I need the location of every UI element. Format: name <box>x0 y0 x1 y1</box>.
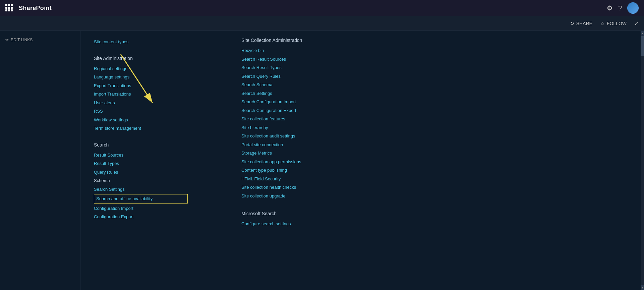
search-settings-link[interactable]: Search Settings <box>94 185 188 194</box>
export-translations-link[interactable]: Export Translations <box>94 81 188 90</box>
scrollbar-thumb[interactable] <box>641 36 644 56</box>
scrollbar[interactable]: ▲ ▼ <box>641 31 644 290</box>
follow-label: FOLLOW <box>607 21 627 26</box>
top-navigation: SharePoint ⚙ ? <box>0 0 644 16</box>
search-config-import-link[interactable]: Search Configuration Import <box>241 98 349 106</box>
brand-name: SharePoint <box>19 5 52 12</box>
portal-site-connection-link[interactable]: Portal site connection <box>241 140 349 149</box>
help-icon[interactable]: ? <box>618 4 622 12</box>
user-alerts-link[interactable]: User alerts <box>94 99 188 107</box>
edit-links-button[interactable]: ✏ EDIT LINKS <box>0 35 80 45</box>
avatar[interactable] <box>627 2 639 14</box>
site-collection-health-checks-link[interactable]: Site collection health checks <box>241 183 349 192</box>
site-content-types-link[interactable]: Site content types <box>94 38 188 46</box>
search-heading: Search <box>94 142 188 148</box>
search-config-export-link[interactable]: Search Configuration Export <box>241 106 349 115</box>
scrollbar-up-arrow[interactable]: ▲ <box>641 31 644 36</box>
regional-settings-link[interactable]: Regional settings <box>94 64 188 73</box>
sidebar: ✏ EDIT LINKS <box>0 31 80 290</box>
rss-link[interactable]: RSS <box>94 107 188 116</box>
result-types-link[interactable]: Result Types <box>94 159 188 168</box>
term-store-management-link[interactable]: Term store management <box>94 124 188 133</box>
settings-icon[interactable]: ⚙ <box>607 4 613 12</box>
config-import-link[interactable]: Configuration Import <box>94 204 188 213</box>
site-collection-upgrade-link[interactable]: Site collection upgrade <box>241 192 349 200</box>
result-sources-link[interactable]: Result Sources <box>94 151 188 160</box>
search-result-types-link[interactable]: Search Result Types <box>241 63 349 72</box>
pencil-icon: ✏ <box>5 38 9 42</box>
second-bar: ↻ SHARE ☆ FOLLOW ⤢ <box>0 16 644 31</box>
site-hierarchy-link[interactable]: Site hierarchy <box>241 123 349 132</box>
right-column: Site Collection Administration Recycle b… <box>241 38 349 283</box>
configure-search-settings-link[interactable]: Configure search settings <box>241 220 349 228</box>
site-collection-features-link[interactable]: Site collection features <box>241 115 349 123</box>
search-settings-right-link[interactable]: Search Settings <box>241 89 349 98</box>
query-rules-link[interactable]: Query Rules <box>94 168 188 177</box>
html-field-security-link[interactable]: HTML Field Security <box>241 175 349 183</box>
top-nav-right: ⚙ ? <box>607 2 639 14</box>
follow-action[interactable]: ☆ FOLLOW <box>600 21 627 26</box>
focus-action[interactable]: ⤢ <box>635 21 639 26</box>
site-collection-audit-link[interactable]: Site collection audit settings <box>241 132 349 140</box>
share-action[interactable]: ↻ SHARE <box>570 21 592 26</box>
follow-icon: ☆ <box>600 21 605 26</box>
content-type-publishing-link[interactable]: Content type publishing <box>241 166 349 175</box>
recycle-bin-link[interactable]: Recycle bin <box>241 46 349 55</box>
focus-icon: ⤢ <box>635 21 639 26</box>
site-collection-admin-heading: Site Collection Administration <box>241 38 349 43</box>
share-label: SHARE <box>576 21 592 26</box>
site-collection-app-permissions-link[interactable]: Site collection app permissions <box>241 158 349 166</box>
content-panel: Site content types Site Administration R… <box>80 31 644 290</box>
import-translations-link[interactable]: Import Translations <box>94 90 188 99</box>
search-schema-link[interactable]: Search Schema <box>241 80 349 89</box>
workflow-settings-link[interactable]: Workflow settings <box>94 116 188 124</box>
waffle-menu-icon[interactable] <box>5 4 13 12</box>
scrollbar-down-arrow[interactable]: ▼ <box>641 285 644 290</box>
left-column: Site content types Site Administration R… <box>94 38 188 283</box>
language-settings-link[interactable]: Language settings <box>94 73 188 81</box>
search-query-rules-link[interactable]: Search Query Rules <box>241 72 349 81</box>
site-admin-heading: Site Administration <box>94 56 188 61</box>
main-content: ✏ EDIT LINKS Site content types Site Adm… <box>0 31 644 290</box>
edit-links-label: EDIT LINKS <box>11 38 33 42</box>
config-export-link[interactable]: Configuration Export <box>94 213 188 221</box>
search-offline-link[interactable]: Search and offline availability <box>94 194 188 204</box>
schema-label: Schema <box>94 176 188 185</box>
microsoft-search-heading: Microsoft Search <box>241 211 349 216</box>
share-icon: ↻ <box>570 21 574 26</box>
storage-metrics-link[interactable]: Storage Metrics <box>241 149 349 158</box>
search-result-sources-link[interactable]: Search Result Sources <box>241 55 349 64</box>
